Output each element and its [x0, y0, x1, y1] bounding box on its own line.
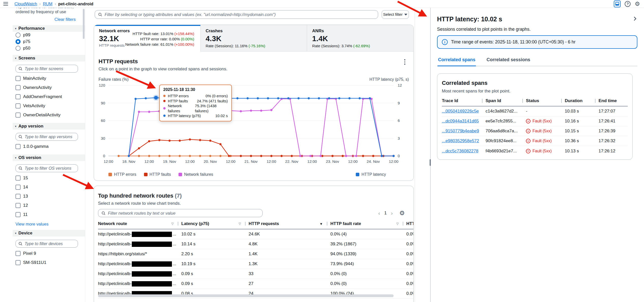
legend-http-errors[interactable]: HTTP errors: [108, 172, 136, 177]
column-header-network-route[interactable]: Network route▽: [98, 221, 178, 226]
chevron-right-icon[interactable]: [633, 16, 637, 22]
span-row[interactable]: ...e980352958e57290fc91824ee8...✕Fault (…: [442, 136, 628, 146]
data-point-http-faults[interactable]: [331, 155, 333, 157]
filter-search-field[interactable]: [15, 133, 78, 141]
checkbox-control[interactable]: [15, 194, 21, 199]
data-point-http-faults[interactable]: [158, 139, 160, 141]
select-filter-button[interactable]: Select filter: [382, 10, 409, 19]
metric-tab-anrs[interactable]: ANRs1.4KRate (Sessions): 3.74% (-62.69%): [307, 25, 413, 52]
checkbox-option-vetsactivity[interactable]: VetsActivity: [15, 101, 85, 110]
data-point-http-latency[interactable]: [236, 97, 238, 99]
data-point-network-failures[interactable]: [138, 111, 140, 113]
data-point-http-latency[interactable]: [318, 97, 320, 99]
radio-control[interactable]: [15, 33, 21, 38]
checkbox-option-12[interactable]: 12: [15, 201, 85, 210]
data-point-http-errors[interactable]: [199, 155, 201, 157]
data-point-http-errors[interactable]: [148, 155, 150, 157]
data-point-http-faults[interactable]: [270, 155, 272, 157]
filter-search-field[interactable]: [15, 240, 78, 248]
view-more-values-link[interactable]: View more values: [15, 222, 85, 227]
checkbox-option-11[interactable]: 11: [15, 210, 85, 219]
selected-data-point[interactable]: [154, 96, 158, 100]
data-point-http-errors[interactable]: [209, 155, 211, 157]
data-point-http-errors[interactable]: [179, 155, 181, 157]
network-route-row[interactable]: http://petclinicalb-...10.19 s1.3K73.9% …: [98, 259, 414, 269]
data-point-network-failures[interactable]: [250, 109, 252, 112]
data-point-network-failures[interactable]: [260, 109, 262, 112]
checkbox-option-mainactivity[interactable]: MainActivity: [15, 74, 85, 83]
checkbox-option-15[interactable]: 15: [15, 173, 85, 183]
data-point-http-faults[interactable]: [148, 140, 150, 142]
data-point-http-errors[interactable]: [168, 155, 170, 157]
data-point-network-failures[interactable]: [148, 111, 150, 113]
checkbox-option-13[interactable]: 13: [15, 192, 85, 201]
tab-correlated-sessions[interactable]: Correlated sessions: [486, 56, 531, 66]
sidebar-scrollbar[interactable]: [83, 9, 85, 39]
column-header-duration[interactable]: Duration: [561, 98, 595, 103]
filter-section-performance[interactable]: ▾Performance: [13, 25, 85, 32]
data-point-http-latency[interactable]: [338, 97, 340, 99]
filter-search-field[interactable]: [15, 65, 78, 73]
attribute-filter-field[interactable]: [95, 10, 378, 19]
kebab-menu-icon[interactable]: [404, 59, 406, 65]
data-point-http-faults[interactable]: [250, 155, 252, 157]
column-filter-icon[interactable]: ▽: [171, 222, 174, 226]
data-point-http-faults[interactable]: [240, 155, 242, 157]
routes-search-input[interactable]: [108, 211, 259, 216]
checkbox-control[interactable]: [15, 251, 21, 256]
http-requests-chart[interactable]: 003036069091201212:0018. Nov12:0019. Nov…: [94, 82, 413, 166]
breadcrumb-item-cloudwatch[interactable]: CloudWatch: [14, 2, 37, 6]
span-row[interactable]: ...00504169226c5ec14c3a8627d2...-10.03 s…: [442, 106, 628, 116]
checkbox-control[interactable]: [15, 85, 21, 90]
network-route-row[interactable]: http://petclinicalb-...0.09 s270.0% (0)0…: [98, 279, 414, 289]
data-point-http-errors[interactable]: [189, 155, 191, 157]
metric-tab-network-errors[interactable]: Network errors32.1KHTTP requestsHTTP fau…: [94, 25, 200, 52]
column-filter-icon[interactable]: ▽: [396, 222, 399, 226]
data-point-http-errors[interactable]: [118, 155, 120, 157]
column-filter-icon[interactable]: ▽: [239, 222, 241, 226]
radio-option-p75[interactable]: p75: [15, 38, 85, 45]
data-point-network-failures[interactable]: [309, 155, 311, 157]
data-point-http-faults[interactable]: [362, 155, 364, 157]
data-point-http-faults[interactable]: [260, 155, 262, 157]
data-point-http-errors[interactable]: [158, 155, 160, 157]
radio-option-p50[interactable]: p50: [15, 45, 85, 52]
data-point-http-latency[interactable]: [393, 155, 395, 157]
checkbox-control[interactable]: [15, 103, 21, 108]
data-point-http-latency[interactable]: [267, 97, 269, 99]
data-point-http-faults[interactable]: [179, 140, 181, 142]
filter-section-os-version[interactable]: ▾OS version: [13, 154, 85, 161]
next-page-button[interactable]: ›: [391, 211, 393, 216]
breadcrumb-item-rum[interactable]: RUM: [43, 2, 53, 6]
attribute-filter-input[interactable]: [105, 12, 375, 17]
checkbox-option-sm-s911u1[interactable]: SM-S911U1: [15, 258, 85, 267]
data-point-http-latency[interactable]: [287, 97, 289, 99]
column-header-span-id[interactable]: Span Id: [482, 98, 522, 103]
data-point-http-latency[interactable]: [308, 97, 310, 99]
checkbox-control[interactable]: [15, 260, 21, 265]
trace-id-link[interactable]: ...9150779b4eabe9: [442, 129, 479, 133]
sort-desc-icon[interactable]: ▼: [319, 222, 323, 226]
span-row[interactable]: ...dcc5c736082278f4b6693d21e7...✕Fault (…: [442, 146, 628, 156]
data-point-http-latency[interactable]: [369, 97, 371, 99]
filter-search-input[interactable]: [25, 166, 75, 171]
column-header-http-fault-rate[interactable]: HTTP fault rate▽: [327, 221, 403, 226]
data-point-http-errors[interactable]: [219, 155, 221, 157]
data-point-network-failures[interactable]: [240, 110, 242, 112]
network-route-row[interactable]: http://petclinicalb-...10.02 s24.6K0.0% …: [98, 229, 414, 239]
tab-correlated-spans[interactable]: Correlated spans: [438, 56, 476, 66]
trace-id-link[interactable]: ...00504169226c5e: [442, 109, 479, 114]
span-row[interactable]: ...9150779b4eabe9706aa6d8ca7a...✕Fault (…: [442, 126, 628, 136]
table-preferences-gear-icon[interactable]: ⚙: [399, 210, 405, 216]
checkbox-option-1-0-0-gamma[interactable]: 1.0.0-gamma: [15, 142, 85, 151]
horizontal-scrollbar[interactable]: [98, 294, 394, 297]
split-panel-icon[interactable]: [614, 1, 621, 7]
settings-gear-icon[interactable]: ⚙: [635, 1, 640, 7]
filter-section-device[interactable]: ▾Device: [13, 230, 85, 236]
data-point-http-latency[interactable]: [381, 155, 383, 157]
legend-http-latency[interactable]: HTTP latency: [356, 172, 386, 177]
column-header-http-requests[interactable]: HTTP requests▼: [245, 221, 327, 226]
checkbox-control[interactable]: [15, 212, 21, 217]
metric-tab-crashes[interactable]: Crashes4.3KRate (Sessions): 11.16% (-75.…: [200, 25, 307, 52]
filter-search-field[interactable]: [15, 164, 78, 172]
